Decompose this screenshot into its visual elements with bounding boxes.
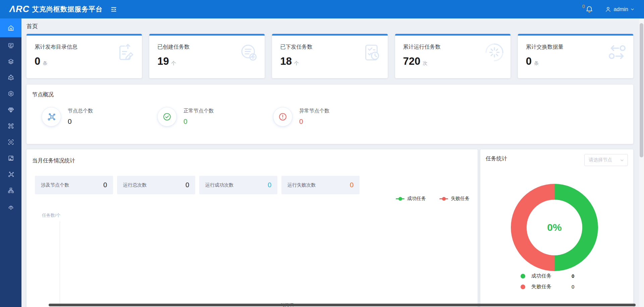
mini-box-label: 运行总次数	[123, 182, 147, 188]
stat-card-tasks-dispatched: 已下发任务数 18 个	[272, 34, 387, 78]
donut-legend-failed-value: 0	[572, 284, 574, 290]
task-stats-panel: 任务统计 请选择节点 0% 成功任务 0	[480, 149, 633, 307]
sidebar-item-monitor-list[interactable]	[0, 37, 21, 53]
stat-card-published-catalog: 累计发布目录信息 0 条	[26, 34, 142, 78]
donut-legend-failed[interactable]: 失败任务 0	[521, 284, 598, 290]
layers-icon	[7, 58, 14, 65]
check-circle-icon	[162, 112, 172, 121]
failed-dot	[521, 285, 525, 289]
fold-icon	[110, 6, 117, 13]
node-select-dropdown[interactable]: 请选择节点	[584, 154, 628, 166]
notification-bell-button[interactable]: 0	[582, 5, 594, 13]
stat-card-unit: 个	[294, 60, 299, 66]
sitemap-icon	[7, 187, 14, 194]
sidebar-item-alarm-bell[interactable]	[0, 198, 21, 214]
user-icon	[605, 6, 611, 13]
mini-box-total-runs: 运行总次数 0	[117, 176, 195, 194]
donut-chart[interactable]: 0%	[511, 184, 598, 271]
stat-card-unit: 条	[43, 60, 47, 66]
checklist-clock-icon	[362, 42, 382, 62]
stat-card-tasks-created: 已创建任务数 19 个	[149, 34, 265, 78]
donut-hole: 0%	[527, 200, 582, 255]
top-navbar: ΛRC 艾克尚枢数据服务平台 0 admin	[0, 0, 644, 18]
node-total-value: 0	[68, 117, 93, 125]
doc-publish-icon	[116, 42, 136, 62]
sidebar-item-sitemap[interactable]	[0, 182, 21, 198]
vertical-scrollbar[interactable]	[639, 18, 644, 307]
monthly-stat-boxes: 涉及节点个数 0 运行总次数 0 运行成功次数 0 运行失败次数 0	[35, 176, 478, 194]
mini-box-value: 0	[268, 181, 271, 189]
node-abnormal-value: 0	[299, 117, 329, 125]
node-total-label: 节点总个数	[68, 108, 93, 114]
stat-card-value: 19	[157, 55, 169, 67]
donut-legend: 成功任务 0 失败任务 0	[521, 273, 598, 290]
sidebar-nav	[0, 18, 21, 307]
donut-legend-success[interactable]: 成功任务 0	[521, 273, 598, 279]
node-total-item: 节点总个数 0	[42, 107, 157, 126]
bottom-row: 当月任务情况统计 涉及节点个数 0 运行总次数 0 运行成功次数 0	[26, 149, 633, 307]
mini-box-label: 运行失败次数	[287, 182, 316, 188]
task-stats-title: 任务统计	[486, 155, 507, 162]
node-overview-panel: 节点概况 节点总个数 0	[26, 85, 633, 144]
sidebar-item-target-scan[interactable]	[0, 134, 21, 150]
donut-legend-success-label: 成功任务	[531, 273, 572, 279]
mini-box-nodes-involved: 涉及节点个数 0	[35, 176, 113, 194]
node-normal-value: 0	[183, 117, 214, 125]
legend-failed-tasks[interactable]: 失败任务	[439, 196, 470, 202]
stat-card-unit: 个	[171, 60, 176, 66]
mini-box-value: 0	[103, 181, 107, 189]
breadcrumb-current[interactable]: 首页	[26, 22, 38, 30]
chevron-down-icon	[630, 7, 635, 11]
exchange-arrows-icon	[607, 42, 627, 62]
sidebar-item-box-gear[interactable]	[0, 86, 21, 102]
node-normal-icon-wrap	[157, 107, 177, 126]
mini-box-value: 0	[350, 181, 354, 189]
chevron-down-icon	[620, 158, 624, 162]
sidebar-item-gem[interactable]	[0, 102, 21, 118]
sidebar-item-share-nodes[interactable]	[0, 166, 21, 182]
legend-success-tasks[interactable]: 成功任务	[396, 196, 426, 202]
sidebar-item-layers[interactable]	[0, 53, 21, 69]
sidebar-fold-button[interactable]	[110, 6, 117, 13]
sidebar-item-home[interactable]	[0, 18, 21, 37]
stat-card-unit: 条	[534, 60, 539, 66]
gem-icon	[7, 106, 14, 113]
list-add-icon	[238, 42, 259, 62]
monthly-task-stats-panel: 当月任务情况统计 涉及节点个数 0 运行总次数 0 运行成功次数 0	[26, 149, 478, 307]
sidebar-item-cube-network[interactable]	[0, 69, 21, 86]
notification-badge: 0	[582, 4, 585, 9]
node-abnormal-label: 异常节点个数	[299, 108, 329, 114]
alarm-bell-icon	[7, 203, 14, 210]
book-archive-icon	[7, 155, 14, 162]
horizontal-scrollbar-thumb[interactable]	[49, 304, 636, 306]
monthly-stats-title: 当月任务情况统计	[32, 157, 478, 164]
stat-card-value: 0	[526, 55, 532, 67]
target-scan-icon	[7, 139, 14, 146]
line-chart-legend: 成功任务 失败任务	[396, 196, 470, 202]
sidebar-item-book-archive[interactable]	[0, 150, 21, 166]
bell-icon	[585, 5, 593, 13]
warning-circle-icon	[278, 112, 287, 121]
stat-card-value: 0	[35, 55, 40, 67]
vertical-scrollbar-thumb[interactable]	[640, 23, 643, 157]
monitor-list-icon	[7, 42, 14, 49]
y-axis-label: 任务数/个	[42, 212, 61, 218]
stat-card-data-exchanged: 累计交换数据量 0 条	[518, 34, 633, 78]
app-screen: ΛRC 艾克尚枢数据服务平台 0 admin	[0, 0, 644, 307]
logo: ΛRC	[9, 4, 30, 14]
stat-card-tasks-run: 累计运行任务数 720 次	[395, 34, 511, 78]
stat-card-value: 720	[403, 55, 421, 67]
node-overview-items: 节点总个数 0 正常节点个数 0	[42, 107, 633, 126]
stat-card-unit: 次	[423, 60, 427, 66]
user-menu[interactable]: admin	[605, 6, 635, 13]
mini-box-value: 0	[185, 181, 189, 189]
home-icon	[7, 24, 14, 32]
donut-legend-success-value: 0	[572, 273, 574, 279]
node-abnormal-icon-wrap	[273, 107, 292, 126]
breadcrumb: 首页	[26, 18, 633, 34]
app-title: 艾克尚枢数据服务平台	[32, 5, 103, 14]
y-axis-line	[60, 221, 60, 307]
sidebar-item-command[interactable]	[0, 118, 21, 134]
mini-box-failed-runs: 运行失败次数 0	[281, 176, 360, 194]
legend-success-marker	[396, 198, 405, 199]
